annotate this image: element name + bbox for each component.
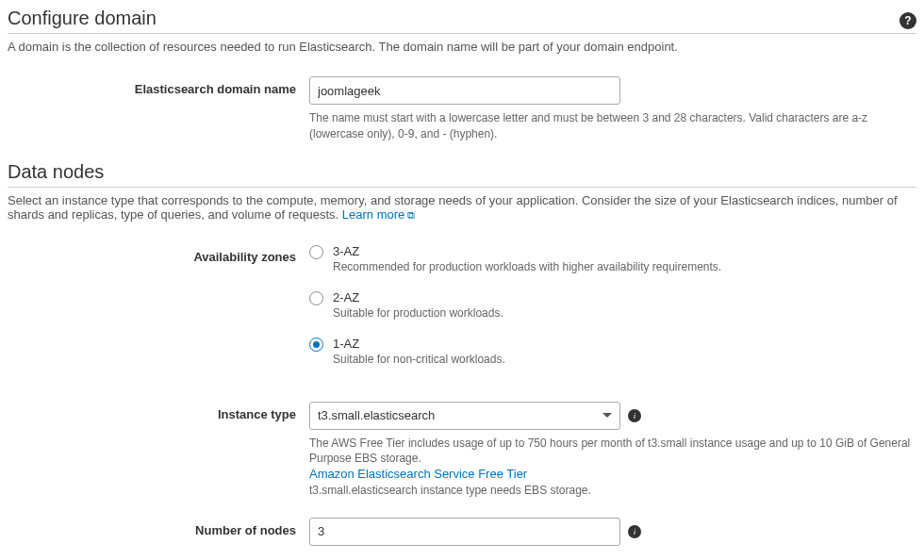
domain-name-hint: The name must start with a lowercase let… <box>309 110 913 142</box>
az-3az-hint: Recommended for production workloads wit… <box>333 260 721 273</box>
instance-type-hint1: The AWS Free Tier includes usage of up t… <box>309 436 913 468</box>
learn-more-link[interactable]: Learn more⧉ <box>342 207 415 222</box>
instance-type-value: t3.small.elasticsearch <box>318 408 435 422</box>
data-nodes-desc: Select an instance type that corresponds… <box>8 193 916 222</box>
external-link-icon: ⧉ <box>407 209 415 221</box>
az-2az-hint: Suitable for production workloads. <box>333 306 503 320</box>
caret-down-icon <box>602 413 612 418</box>
az-3az-label: 3-AZ <box>333 244 721 258</box>
number-of-nodes-label: Number of nodes <box>8 518 309 537</box>
az-radio-3az[interactable] <box>309 245 323 259</box>
data-nodes-title: Data nodes <box>8 161 916 188</box>
instance-type-info-icon[interactable]: i <box>628 409 641 422</box>
domain-name-label: Elasticsearch domain name <box>8 76 309 96</box>
instance-type-select[interactable]: t3.small.elasticsearch <box>309 402 620 430</box>
free-tier-link[interactable]: Amazon Elasticsearch Service Free Tier <box>309 467 527 481</box>
number-of-nodes-info-icon[interactable]: i <box>628 525 641 538</box>
help-icon[interactable]: ? <box>899 12 916 29</box>
az-radio-1az[interactable] <box>309 338 323 352</box>
az-1az-label: 1-AZ <box>333 337 505 351</box>
az-radio-2az[interactable] <box>309 291 323 305</box>
instance-type-hint2: t3.small.elasticsearch instance type nee… <box>309 483 913 499</box>
instance-type-label: Instance type <box>8 402 309 421</box>
availability-zones-label: Availability zones <box>8 244 309 264</box>
az-2az-label: 2-AZ <box>333 290 503 305</box>
configure-domain-title: Configure domain <box>8 8 157 29</box>
number-of-nodes-input[interactable] <box>309 518 620 546</box>
domain-name-input[interactable] <box>309 76 620 105</box>
az-1az-hint: Suitable for non-critical workloads. <box>333 353 505 366</box>
configure-domain-desc: A domain is the collection of resources … <box>8 40 916 54</box>
